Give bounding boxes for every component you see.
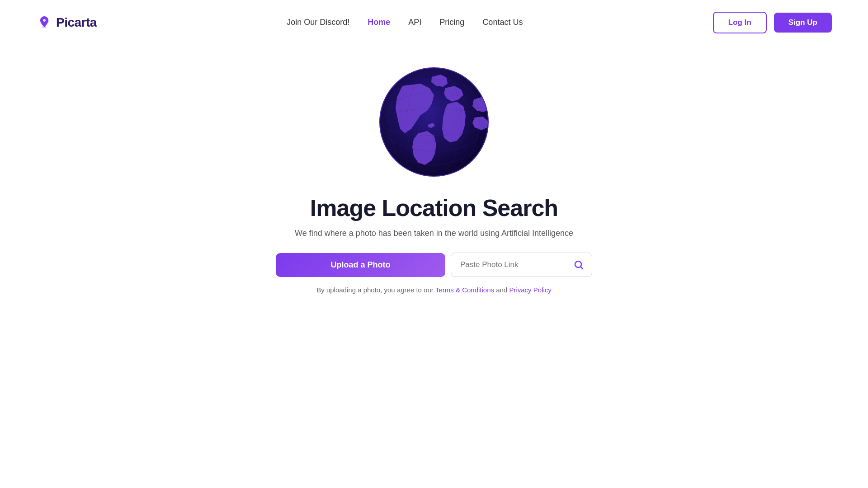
nav-item-contact[interactable]: Contact Us <box>482 18 523 27</box>
main-subtitle: We find where a photo has been taken in … <box>295 229 573 238</box>
terms-prefix: By uploading a photo, you agree to our <box>316 286 435 294</box>
main-content: Image Location Search We find where a ph… <box>0 45 868 294</box>
logo-icon <box>36 14 52 31</box>
main-title: Image Location Search <box>310 194 558 221</box>
auth-buttons: Log In Sign Up <box>713 12 832 33</box>
signup-button[interactable]: Sign Up <box>774 13 832 33</box>
nav-item-pricing[interactable]: Pricing <box>439 18 464 27</box>
terms-text: By uploading a photo, you agree to our T… <box>316 286 552 294</box>
paste-link-area <box>451 253 592 277</box>
search-icon <box>573 259 584 270</box>
upload-photo-button[interactable]: Upload a Photo <box>276 253 445 277</box>
login-button[interactable]: Log In <box>713 12 767 33</box>
globe-container <box>375 63 493 181</box>
search-area: Upload a Photo <box>276 253 592 277</box>
header: Picarta Join Our Discord! Home API Prici… <box>0 0 868 45</box>
and-text: and <box>494 286 509 294</box>
privacy-link[interactable]: Privacy Policy <box>509 286 551 294</box>
globe-icon <box>375 63 493 181</box>
svg-point-1 <box>42 26 47 28</box>
search-button[interactable] <box>565 253 592 277</box>
nav-item-home[interactable]: Home <box>368 18 390 27</box>
nav-item-api[interactable]: API <box>408 18 421 27</box>
nav-item-discord[interactable]: Join Our Discord! <box>287 18 349 27</box>
nav: Join Our Discord! Home API Pricing Conta… <box>287 18 523 27</box>
logo-text: Picarta <box>56 15 97 30</box>
logo[interactable]: Picarta <box>36 14 97 31</box>
terms-link[interactable]: Terms & Conditions <box>435 286 494 294</box>
paste-link-input[interactable] <box>451 253 565 277</box>
